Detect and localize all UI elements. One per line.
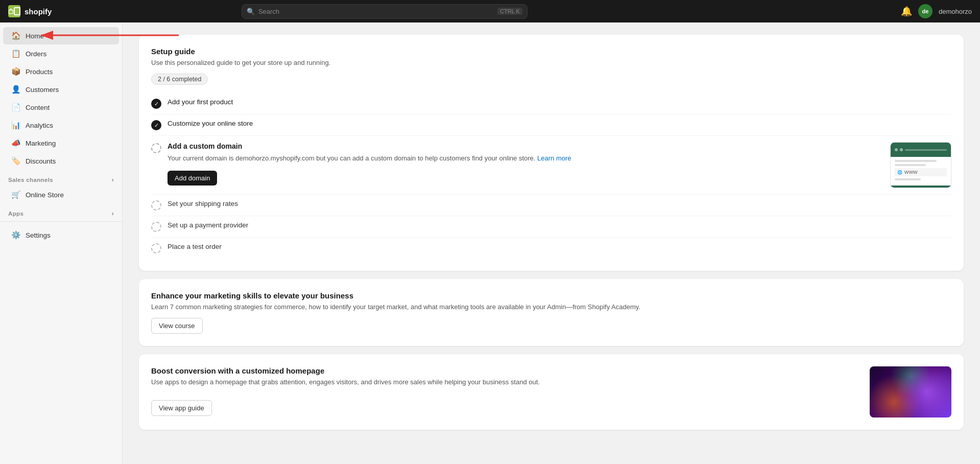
setup-guide-subtitle: Use this personalized guide to get your …: [151, 59, 951, 66]
sidebar-item-label: Settings: [26, 231, 51, 239]
task-label: Set up a payment provider: [168, 221, 248, 229]
avatar[interactable]: de: [918, 4, 933, 18]
view-course-button[interactable]: View course: [151, 318, 203, 334]
domain-address-bar: [905, 149, 947, 151]
discounts-icon: 🏷️: [11, 156, 20, 166]
sidebar-item-label: Customers: [26, 86, 59, 94]
task-expanded-content: Add a custom domain Your current domain …: [168, 142, 884, 185]
task-check-pending: [151, 243, 161, 253]
progress-badge: 2 / 6 completed: [151, 74, 208, 85]
online-store-icon: 🛒: [11, 190, 20, 199]
learn-more-link[interactable]: Learn more: [537, 154, 571, 162]
search-input[interactable]: [242, 4, 528, 19]
sidebar-footer: ⚙️ Settings: [0, 221, 122, 248]
task-label: Add your first product: [168, 98, 233, 106]
domain-body: 🌐 WWW: [891, 157, 951, 183]
marketing-card-title: Enhance your marketing skills to elevate…: [151, 291, 951, 300]
task-expanded-title: Add a custom domain: [168, 142, 884, 150]
sidebar-item-customers[interactable]: 👤 Customers: [3, 81, 119, 98]
apps-chevron-icon[interactable]: ›: [112, 210, 114, 217]
task-expanded-desc: Your current domain is demohorzo.myshopi…: [168, 153, 884, 164]
analytics-icon: 📊: [11, 121, 20, 130]
shopify-bag-icon: [8, 5, 20, 17]
domain-line: [895, 178, 921, 180]
orders-icon: 📋: [11, 49, 20, 58]
sidebar-item-online-store[interactable]: 🛒 Online Store: [3, 186, 119, 203]
main-content: Setup guide Use this personalized guide …: [123, 22, 980, 464]
boost-card-inner: Boost conversion with a customized homep…: [151, 366, 951, 417]
task-item[interactable]: ✓ Add your first product: [151, 93, 951, 114]
domain-www-badge: 🌐 WWW: [895, 168, 947, 176]
username-label: demohorzo: [939, 8, 972, 15]
task-check-pending: [151, 222, 161, 232]
task-item[interactable]: Place a test order: [151, 238, 951, 259]
boost-card-title: Boost conversion with a customized homep…: [151, 366, 862, 375]
task-check-done: ✓: [151, 99, 161, 109]
svg-rect-0: [9, 10, 13, 14]
domain-illustration: 🌐 WWW: [890, 142, 951, 188]
shopify-logo[interactable]: shopify: [8, 5, 52, 17]
search-shortcut-badge: CTRL K: [497, 8, 522, 15]
task-check-pending: [151, 143, 161, 153]
task-check-done: ✓: [151, 120, 161, 130]
task-item[interactable]: Set up a payment provider: [151, 216, 951, 238]
domain-top-bar: [891, 143, 951, 157]
task-check-pending: [151, 200, 161, 211]
settings-icon: ⚙️: [11, 230, 20, 240]
domain-line: [895, 160, 937, 162]
setup-guide-card: Setup guide Use this personalized guide …: [139, 35, 964, 271]
add-domain-button[interactable]: Add domain: [168, 171, 217, 185]
task-list: ✓ Add your first product ✓ Customize you…: [151, 93, 951, 259]
sidebar-item-marketing[interactable]: 📣 Marketing: [3, 134, 119, 152]
boost-card: Boost conversion with a customized homep…: [139, 354, 964, 430]
boost-card-image: [870, 366, 951, 417]
sidebar-item-label: Orders: [26, 50, 46, 58]
domain-dot: [895, 148, 898, 151]
shopify-wordmark: shopify: [25, 7, 52, 16]
task-label: Customize your online store: [168, 120, 253, 127]
sales-channels-chevron-icon[interactable]: ›: [112, 176, 114, 183]
home-icon: 🏠: [11, 31, 20, 40]
sidebar-item-label: Content: [26, 104, 50, 111]
domain-bottom-bar: [891, 185, 951, 188]
sidebar-item-label: Analytics: [26, 122, 53, 129]
marketing-icon: 📣: [11, 138, 20, 148]
task-label: Set your shipping rates: [168, 200, 238, 207]
domain-line: [895, 164, 926, 166]
sidebar-item-discounts[interactable]: 🏷️ Discounts: [3, 152, 119, 170]
bell-icon[interactable]: 🔔: [901, 6, 912, 17]
boost-card-subtitle: Use apps to design a homepage that grabs…: [151, 378, 862, 386]
sidebar-item-label: Home: [26, 32, 44, 40]
content-icon: 📄: [11, 103, 20, 112]
search-bar[interactable]: 🔍 CTRL K: [242, 4, 528, 19]
products-icon: 📦: [11, 67, 20, 76]
boost-content: Boost conversion with a customized homep…: [151, 366, 862, 416]
apps-section: Apps ›: [0, 204, 122, 219]
globe-icon: 🌐: [897, 170, 902, 175]
sidebar-item-label: Marketing: [26, 140, 56, 147]
sidebar-item-products[interactable]: 📦 Products: [3, 63, 119, 80]
sidebar-item-settings[interactable]: ⚙️ Settings: [3, 226, 119, 244]
sidebar-item-orders[interactable]: 📋 Orders: [3, 45, 119, 62]
sidebar-item-home[interactable]: 🏠 Home: [3, 27, 119, 44]
sidebar-item-label: Products: [26, 68, 53, 76]
marketing-card: Enhance your marketing skills to elevate…: [139, 279, 964, 346]
search-icon: 🔍: [247, 8, 255, 15]
customers-icon: 👤: [11, 85, 20, 94]
marketing-card-subtitle: Learn 7 common marketing strategies for …: [151, 303, 951, 311]
sidebar: 🏠 Home 📋 Orders 📦 Products 👤 Customers 📄…: [0, 22, 123, 464]
sidebar-item-label: Discounts: [26, 157, 56, 165]
task-item[interactable]: Set your shipping rates: [151, 195, 951, 216]
task-item-expanded[interactable]: Add a custom domain Your current domain …: [151, 136, 951, 195]
domain-dot: [900, 148, 903, 151]
boost-image-inner: [870, 366, 951, 417]
sidebar-item-analytics[interactable]: 📊 Analytics: [3, 117, 119, 134]
topbar: shopify 🔍 CTRL K 🔔 de demohorzo: [0, 0, 980, 22]
setup-guide-title: Setup guide: [151, 47, 951, 56]
task-item[interactable]: ✓ Customize your online store: [151, 114, 951, 136]
view-app-button[interactable]: View app guide: [151, 400, 212, 416]
sales-channels-section: Sales channels ›: [0, 170, 122, 185]
domain-lines: [895, 160, 947, 166]
sidebar-item-label: Online Store: [26, 191, 64, 199]
sidebar-item-content[interactable]: 📄 Content: [3, 99, 119, 116]
